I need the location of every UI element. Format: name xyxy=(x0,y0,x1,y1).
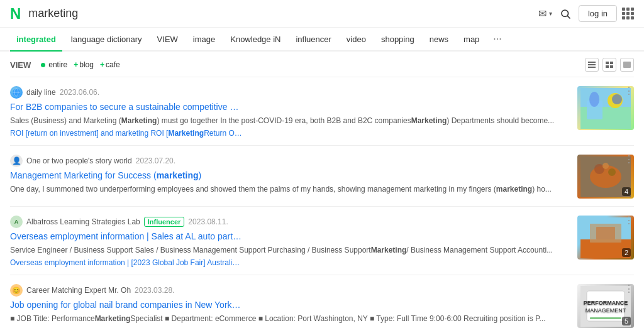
post-description: Sales (Business) and Marketing (Marketin… xyxy=(10,115,570,126)
svg-rect-29 xyxy=(587,291,625,321)
post-date: 2023.03.28. xyxy=(135,286,174,295)
post-meta-3: A Albatross Learning Strategies Lab Infl… xyxy=(10,216,570,228)
header: N marketing ✉ ▾ log in xyxy=(0,0,644,28)
filter-cafe-plus: + xyxy=(100,60,104,69)
filter-blog-plus: + xyxy=(74,60,78,69)
svg-point-17 xyxy=(589,92,599,107)
search-query: marketing xyxy=(28,7,78,20)
post-title[interactable]: For B2B companies to secure a sustainabl… xyxy=(10,102,243,112)
avatar: 😊 xyxy=(10,284,23,297)
view-grid-icon[interactable] xyxy=(602,58,616,72)
post-link[interactable]: Overseas employment information | [2023 … xyxy=(10,258,243,267)
view-list-icon[interactable] xyxy=(585,58,599,72)
mail-dropdown-icon[interactable]: ▾ xyxy=(549,10,552,17)
svg-rect-5 xyxy=(606,62,609,64)
post-title[interactable]: Job opening for global nail brand compan… xyxy=(10,300,243,310)
svg-rect-7 xyxy=(606,65,609,68)
content-area: VIEW entire + blog + cafe xyxy=(0,52,644,328)
nav-item-knowledge-in[interactable]: Knowledge iN xyxy=(224,27,287,51)
navigation: integrated language dictionary VIEW imag… xyxy=(0,28,644,52)
post-description: ■ JOB Title: PerformanceMarketingSpecial… xyxy=(10,313,570,324)
post-more-button[interactable]: ⋮ xyxy=(624,216,634,226)
view-toggle-icons xyxy=(585,58,634,72)
post-more-button[interactable]: ⋮ xyxy=(624,284,634,294)
post-content-1: daily line 2023.06.06. For B2B companies… xyxy=(10,86,570,138)
post-description: Service Engineer / Business Support Sale… xyxy=(10,244,570,256)
search-icon-btn[interactable] xyxy=(557,6,574,22)
avatar xyxy=(10,86,23,99)
nav-more-button[interactable]: ··· xyxy=(488,27,506,51)
view-large-icon[interactable] xyxy=(620,58,634,72)
post-description: One day, I summoned two underperforming … xyxy=(10,183,570,195)
post-content-3: A Albatross Learning Strategies Lab Infl… xyxy=(10,216,570,267)
svg-text:PERFORMANCE: PERFORMANCE xyxy=(584,300,628,306)
post-item: 😊 Career Matching Expert Mr. Oh 2023.03.… xyxy=(10,275,634,328)
post-content-4: 😊 Career Matching Expert Mr. Oh 2023.03.… xyxy=(10,284,570,328)
post-item: A Albatross Learning Strategies Lab Infl… xyxy=(10,207,634,275)
filter-cafe[interactable]: + cafe xyxy=(100,60,120,69)
nav-item-language-dictionary[interactable]: language dictionary xyxy=(65,27,148,51)
filter-cafe-label: cafe xyxy=(106,60,120,69)
thumbnail-count: 4 xyxy=(622,187,631,196)
post-source: One or two people's story world xyxy=(26,156,132,165)
nav-item-view[interactable]: VIEW xyxy=(151,27,184,51)
nav-item-influencer[interactable]: influencer xyxy=(289,27,337,51)
mail-icon-wrap[interactable]: ✉ ▾ xyxy=(538,8,552,19)
svg-rect-32 xyxy=(590,317,621,319)
filter-entire[interactable]: entire xyxy=(41,60,67,69)
svg-point-23 xyxy=(602,163,609,169)
svg-text:MANAGEMENT: MANAGEMENT xyxy=(586,307,626,314)
svg-rect-2 xyxy=(588,62,596,63)
svg-rect-6 xyxy=(610,62,613,64)
post-date: 2023.07.20. xyxy=(136,156,175,165)
filter-blog[interactable]: + blog xyxy=(74,60,94,69)
view-section-title: VIEW xyxy=(10,60,31,70)
svg-rect-3 xyxy=(588,64,596,65)
thumbnail-count: 2 xyxy=(622,248,631,257)
svg-rect-27 xyxy=(596,227,615,239)
post-date: 2023.06.06. xyxy=(60,88,99,97)
svg-rect-4 xyxy=(588,67,596,68)
svg-rect-8 xyxy=(610,65,613,68)
svg-point-22 xyxy=(608,168,616,176)
post-meta-1: daily line 2023.06.06. xyxy=(10,86,570,99)
nav-item-integrated[interactable]: integrated xyxy=(10,28,62,52)
post-more-button[interactable]: ⋮ xyxy=(624,86,634,96)
post-source: Albatross Learning Strategies Lab xyxy=(26,217,140,226)
filter-entire-label: entire xyxy=(48,60,67,69)
filter-blog-label: blog xyxy=(79,60,94,69)
mail-icon: ✉ xyxy=(538,8,547,19)
nav-item-news[interactable]: news xyxy=(423,27,455,51)
post-item: daily line 2023.06.06. For B2B companies… xyxy=(10,77,634,146)
nav-item-map[interactable]: map xyxy=(457,27,486,51)
post-item: 👤 One or two people's story world 2023.0… xyxy=(10,146,634,207)
post-meta-4: 😊 Career Matching Expert Mr. Oh 2023.03.… xyxy=(10,284,570,297)
post-more-button[interactable]: ⋮ xyxy=(624,155,634,165)
apps-grid-icon[interactable] xyxy=(622,8,634,19)
view-header: VIEW entire + blog + cafe xyxy=(10,52,634,77)
post-title[interactable]: Management Marketing for Success (market… xyxy=(10,170,243,180)
post-content-2: 👤 One or two people's story world 2023.0… xyxy=(10,155,570,199)
post-source: Career Matching Expert Mr. Oh xyxy=(26,286,131,295)
svg-point-18 xyxy=(612,94,622,104)
post-link[interactable]: ROI [return on investment] and marketing… xyxy=(10,129,243,138)
thumbnail-count: 5 xyxy=(622,317,631,325)
post-meta-2: 👤 One or two people's story world 2023.0… xyxy=(10,155,570,167)
nav-item-video[interactable]: video xyxy=(340,27,372,51)
svg-line-1 xyxy=(567,16,570,18)
avatar: 👤 xyxy=(10,155,23,167)
login-button[interactable]: log in xyxy=(579,5,617,22)
main-panel: VIEW entire + blog + cafe xyxy=(0,52,644,328)
post-title[interactable]: Overseas employment information | Sales … xyxy=(10,231,243,241)
logo[interactable]: N xyxy=(10,6,21,21)
filter-entire-dot xyxy=(41,63,45,67)
header-icons: ✉ ▾ log in xyxy=(538,5,634,22)
svg-point-0 xyxy=(562,10,569,17)
influencer-badge: Influencer xyxy=(144,217,185,227)
post-date: 2023.08.11. xyxy=(188,217,228,226)
post-source: daily line xyxy=(26,88,56,97)
nav-item-shopping[interactable]: shopping xyxy=(375,27,421,51)
avatar: A xyxy=(10,216,23,228)
nav-item-image[interactable]: image xyxy=(187,27,221,51)
svg-rect-9 xyxy=(623,62,631,68)
